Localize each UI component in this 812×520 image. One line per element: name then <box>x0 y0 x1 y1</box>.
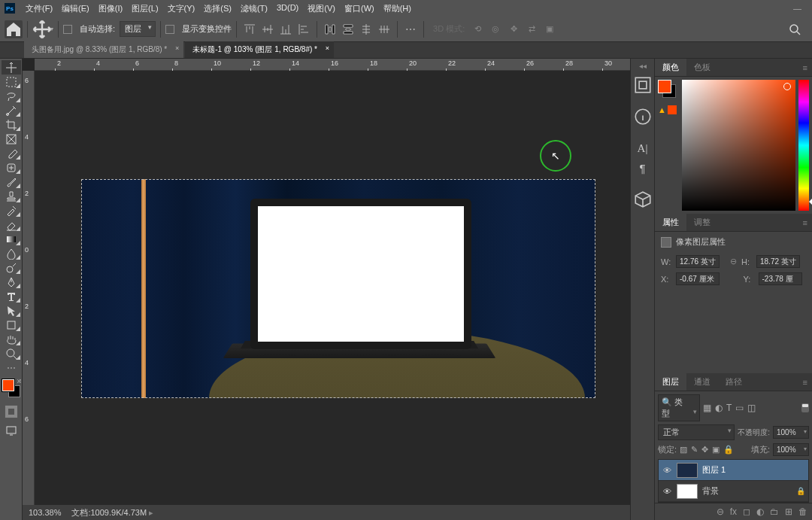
minimize-button[interactable]: — <box>787 4 807 13</box>
layer-thumbnail[interactable] <box>677 484 698 499</box>
align-top-icon[interactable] <box>241 21 258 38</box>
filter-type-icon[interactable]: T <box>726 403 732 413</box>
screen-mode-icon[interactable] <box>2 423 21 437</box>
visibility-icon[interactable]: 👁 <box>662 487 672 496</box>
lasso-tool[interactable] <box>2 89 21 103</box>
3d-camera-icon[interactable]: ▣ <box>541 21 558 38</box>
menu-窗口[interactable]: 窗口(W) <box>340 2 379 16</box>
close-tab-icon[interactable]: × <box>326 44 329 52</box>
color-panel-menu-icon[interactable]: ≡ <box>803 63 807 72</box>
canvas-area[interactable]: 24681012141618202224262830 6420246 ↖ 103… <box>23 59 630 520</box>
auto-select-dropdown[interactable]: 图层 <box>120 21 156 37</box>
history-brush-tool[interactable] <box>2 203 21 217</box>
filter-smart-icon[interactable]: ◫ <box>747 403 756 413</box>
visibility-icon[interactable]: 👁 <box>662 466 672 475</box>
3d-roll-icon[interactable]: ◎ <box>487 21 504 38</box>
quick-select-tool[interactable] <box>2 103 21 117</box>
layer-name[interactable]: 图层 1 <box>702 464 805 476</box>
ruler-horizontal[interactable]: 24681012141618202224262830 <box>35 59 630 71</box>
fg-color-swatch[interactable] <box>2 379 14 391</box>
move-tool[interactable] <box>2 60 21 75</box>
brush-tool[interactable] <box>2 175 21 189</box>
move-tool-icon[interactable]: ▾ <box>32 20 53 38</box>
layers-panel-menu-icon[interactable]: ≡ <box>803 378 807 387</box>
dodge-tool[interactable] <box>2 260 21 275</box>
props-panel-menu-icon[interactable]: ≡ <box>803 218 807 227</box>
tab-layers[interactable]: 图层 <box>655 373 686 391</box>
character-panel-icon[interactable]: A| <box>633 139 653 157</box>
color-swatches[interactable]: ⤭ <box>2 379 20 397</box>
home-button[interactable] <box>5 20 23 38</box>
filter-adjust-icon[interactable]: ◐ <box>715 403 723 413</box>
link-layers-icon[interactable]: ⊖ <box>717 506 724 517</box>
layer-name[interactable]: 背景 <box>702 485 792 497</box>
lock-pixels-icon[interactable]: ✎ <box>691 445 698 455</box>
tab-adjustments[interactable]: 调整 <box>686 214 718 231</box>
menu-文件[interactable]: 文件(F) <box>21 2 57 16</box>
document-tab[interactable]: 未标题-1 @ 103% (图层 1, RGB/8#) *× <box>185 41 334 58</box>
dist-1-icon[interactable] <box>322 21 338 38</box>
frame-tool[interactable] <box>2 132 21 146</box>
dist-4-icon[interactable] <box>376 21 392 38</box>
info-panel-icon[interactable] <box>633 108 653 126</box>
type-tool[interactable] <box>2 289 21 303</box>
menu-帮助[interactable]: 帮助(H) <box>379 2 416 16</box>
eyedropper-tool[interactable] <box>2 146 21 160</box>
width-input[interactable] <box>676 255 720 268</box>
x-input[interactable] <box>676 272 720 285</box>
pen-tool[interactable] <box>2 275 21 289</box>
delete-layer-icon[interactable]: 🗑 <box>798 506 807 517</box>
menu-文字[interactable]: 文字(Y) <box>163 2 200 16</box>
paragraph-panel-icon[interactable]: ¶ <box>633 159 653 177</box>
menu-编辑[interactable]: 编辑(E) <box>57 2 94 16</box>
libraries-panel-icon[interactable] <box>633 190 653 208</box>
search-icon[interactable] <box>786 21 803 38</box>
dist-2-icon[interactable] <box>340 21 356 38</box>
dock-collapse-icon[interactable]: ◂◂ <box>639 62 647 70</box>
y-input[interactable] <box>759 272 802 285</box>
stamp-tool[interactable] <box>2 189 21 203</box>
ruler-vertical[interactable]: 6420246 <box>23 71 35 505</box>
color-field[interactable] <box>682 80 795 211</box>
new-layer-icon[interactable]: ⊞ <box>785 506 792 517</box>
filter-shape-icon[interactable]: ▭ <box>735 403 744 413</box>
menu-3D[interactable]: 3D(D) <box>272 2 303 16</box>
layer-row[interactable]: 👁 背景 🔒 <box>659 481 808 502</box>
marquee-tool[interactable] <box>2 75 21 89</box>
height-input[interactable] <box>756 255 800 268</box>
close-tab-icon[interactable]: × <box>175 44 179 52</box>
history-panel-icon[interactable] <box>633 76 653 94</box>
layer-mask-icon[interactable]: ◻ <box>743 506 750 517</box>
layer-row[interactable]: 👁 图层 1 <box>659 460 808 481</box>
menu-视图[interactable]: 视图(V) <box>303 2 340 16</box>
3d-orbit-icon[interactable]: ⟲ <box>469 21 486 38</box>
gradient-tool[interactable] <box>2 232 21 246</box>
tab-color[interactable]: 颜色 <box>655 59 686 76</box>
tab-channels[interactable]: 通道 <box>686 373 718 391</box>
hue-slider[interactable] <box>798 80 809 211</box>
layer-fx-icon[interactable]: fx <box>730 506 737 517</box>
fill-dropdown[interactable]: 100% <box>773 443 809 456</box>
canvas[interactable]: ↖ <box>35 71 630 505</box>
menu-图像[interactable]: 图像(I) <box>94 2 127 16</box>
layer-filter-dropdown[interactable]: 🔍 类型 <box>658 394 700 421</box>
group-icon[interactable]: 🗀 <box>770 506 779 517</box>
tab-paths[interactable]: 路径 <box>718 373 750 391</box>
menu-选择[interactable]: 选择(S) <box>199 2 236 16</box>
tab-swatches[interactable]: 色板 <box>686 59 718 76</box>
show-transform-checkbox[interactable] <box>165 25 174 34</box>
align-bottom-icon[interactable] <box>277 21 294 38</box>
crop-tool[interactable] <box>2 117 21 132</box>
lock-transparency-icon[interactable]: ▨ <box>680 445 687 455</box>
opacity-dropdown[interactable]: 100% <box>773 426 809 439</box>
align-vcenter-icon[interactable] <box>259 21 276 38</box>
panel-color-swatches[interactable] <box>658 80 676 98</box>
blend-mode-dropdown[interactable]: 正常 <box>658 424 735 440</box>
3d-slide-icon[interactable]: ⇄ <box>523 21 540 38</box>
menu-图层[interactable]: 图层(L) <box>127 2 162 16</box>
shape-tool[interactable] <box>2 318 21 332</box>
align-left-icon[interactable] <box>295 21 312 38</box>
hand-tool[interactable] <box>2 332 21 346</box>
link-dimensions-icon[interactable]: ⊖ <box>730 257 737 266</box>
filter-toggle[interactable] <box>801 403 809 412</box>
